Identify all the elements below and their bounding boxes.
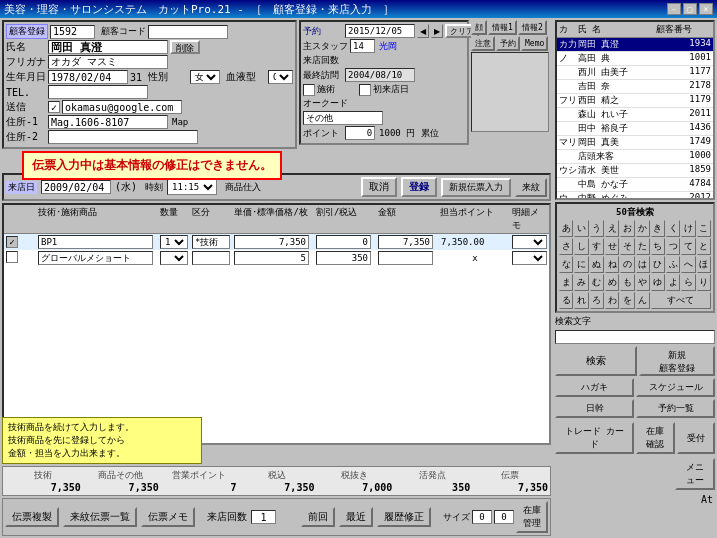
kana-button[interactable]: ぬ (590, 256, 604, 273)
visit-date-input[interactable] (41, 180, 111, 194)
shinsatsu-checkbox[interactable] (303, 84, 315, 96)
kana-button[interactable]: う (590, 220, 604, 237)
kana-button[interactable]: り (697, 274, 711, 291)
kana-button[interactable]: る (559, 292, 573, 309)
kana-button[interactable]: そ (620, 238, 634, 255)
kana-button[interactable]: ゆ (651, 274, 665, 291)
yoyaku-next-btn[interactable]: ▶ (431, 24, 443, 38)
gender-select[interactable]: 女男 (190, 70, 220, 84)
customer-list-row[interactable]: 店頭来客1000 (557, 150, 713, 164)
kana-button[interactable]: ん (636, 292, 650, 309)
customer-code-input[interactable] (148, 25, 228, 39)
email-input[interactable] (62, 100, 182, 114)
close-button[interactable]: × (699, 3, 713, 15)
yoyaku-list-btn[interactable]: 予約一覧 (636, 399, 715, 418)
kana-button[interactable]: か (636, 220, 650, 237)
kana-button[interactable]: と (697, 238, 711, 255)
nikki-btn[interactable]: 日幹 (555, 399, 634, 418)
kana-button[interactable]: の (620, 256, 634, 273)
kana-button[interactable]: え (605, 220, 619, 237)
customer-list-row[interactable]: 森山 れい子2011 (557, 108, 713, 122)
denpyo-copy-btn[interactable]: 伝票複製 (5, 507, 59, 527)
row2-qty-select[interactable] (160, 251, 188, 265)
stock-check-btn[interactable]: 在庫確認 (636, 422, 674, 454)
customer-list-row[interactable]: ウシ清水 美世1859 (557, 164, 713, 178)
customer-list-row[interactable]: ノ高田 典1001 (557, 52, 713, 66)
kana-button[interactable]: ひ (651, 256, 665, 273)
tab-reservation[interactable]: 予約 (496, 36, 520, 51)
kana-button[interactable]: こ (697, 220, 711, 237)
size2-input[interactable] (494, 510, 514, 524)
next-btn[interactable]: 最近 (339, 507, 373, 527)
raiten-count-input[interactable] (251, 510, 276, 524)
customer-list[interactable]: カ力岡田 真澄1934ノ高田 典1001西川 由美子1177吉田 奈2178フリ… (557, 38, 713, 198)
kana-button[interactable]: め (605, 274, 619, 291)
tab-caution[interactable]: 注意 (471, 36, 495, 51)
kana-button[interactable]: む (590, 274, 604, 291)
trade-card-btn[interactable]: トレード カード (555, 422, 634, 454)
work-input[interactable] (303, 111, 383, 125)
row2-product-input[interactable] (38, 251, 153, 265)
kana-button[interactable]: け (681, 220, 695, 237)
row1-memo-select[interactable] (512, 235, 547, 249)
staff-input[interactable] (350, 39, 375, 53)
customer-list-row[interactable]: 吉田 奈2178 (557, 80, 713, 94)
last-slip-button[interactable]: 来紋 (515, 178, 547, 197)
kana-button[interactable]: し (574, 238, 588, 255)
kana-button[interactable]: や (636, 274, 650, 291)
customer-list-row[interactable]: 西川 由美子1177 (557, 66, 713, 80)
row1-price-input[interactable] (234, 235, 309, 249)
row2-type-input[interactable] (192, 251, 230, 265)
hatsukai-checkbox[interactable] (359, 84, 371, 96)
birthdate-input[interactable] (48, 70, 128, 84)
row1-checkbox[interactable]: ✓ (6, 236, 36, 248)
kana-button[interactable]: て (681, 238, 695, 255)
delete-button[interactable]: 削除 (170, 40, 200, 54)
customer-list-row[interactable]: ウ中野 めぐみ2012 (557, 192, 713, 198)
address2-input[interactable] (48, 130, 198, 144)
kana-button[interactable]: お (620, 220, 634, 237)
denpyo-list-btn[interactable]: 来紋伝票一覧 (63, 507, 137, 527)
kana-button[interactable]: ね (605, 256, 619, 273)
kana-button[interactable]: さ (559, 238, 573, 255)
row2-checkbox[interactable] (6, 251, 36, 265)
uketsuk-btn[interactable]: 受付 (677, 422, 716, 454)
search-button[interactable]: 検索 (555, 346, 637, 376)
point-input[interactable] (345, 126, 375, 140)
email-checkbox[interactable]: ✓ (48, 101, 60, 113)
yoyaku-date-input[interactable] (345, 24, 415, 38)
schedule-btn[interactable]: スケジュール (636, 378, 715, 397)
tab-memo[interactable]: Memo (521, 36, 548, 51)
kana-button[interactable]: す (590, 238, 604, 255)
history-btn[interactable]: 履歴修正 (377, 507, 431, 527)
kana-button[interactable]: を (620, 292, 634, 309)
kana-button[interactable]: すべて (651, 292, 711, 309)
kana-button[interactable]: い (574, 220, 588, 237)
kana-button[interactable]: な (559, 256, 573, 273)
kana-button[interactable]: ほ (697, 256, 711, 273)
kana-button[interactable]: た (636, 238, 650, 255)
customer-num-input[interactable] (50, 25, 95, 39)
row1-qty-select[interactable]: 1 (160, 235, 188, 249)
furigana-input[interactable] (48, 55, 168, 69)
size1-input[interactable] (472, 510, 492, 524)
row1-product-input[interactable] (38, 235, 153, 249)
hagaki-btn[interactable]: ハガキ (555, 378, 634, 397)
kana-button[interactable]: ま (559, 274, 573, 291)
kana-button[interactable]: わ (605, 292, 619, 309)
customer-list-row[interactable]: フリ西田 精之1179 (557, 94, 713, 108)
kana-button[interactable]: も (620, 274, 634, 291)
stock-manage-btn[interactable]: 在庫管理 (516, 501, 548, 533)
register-button[interactable]: 登録 (401, 177, 437, 197)
kana-grid[interactable]: あいうえおかきくけこさしすせそたちつてとなにぬねのはひふへほまみむめもやゆよらり… (559, 220, 711, 309)
kana-button[interactable]: へ (681, 256, 695, 273)
blood-type-select[interactable]: OABAB (268, 70, 293, 84)
name-input[interactable] (48, 40, 168, 54)
kana-button[interactable]: は (636, 256, 650, 273)
kana-button[interactable]: に (574, 256, 588, 273)
minimize-button[interactable]: － (667, 3, 681, 15)
kana-button[interactable]: き (651, 220, 665, 237)
tel-input[interactable] (48, 85, 148, 99)
tab-info1[interactable]: 情報1 (488, 20, 517, 35)
row2-memo-select[interactable] (512, 251, 547, 265)
